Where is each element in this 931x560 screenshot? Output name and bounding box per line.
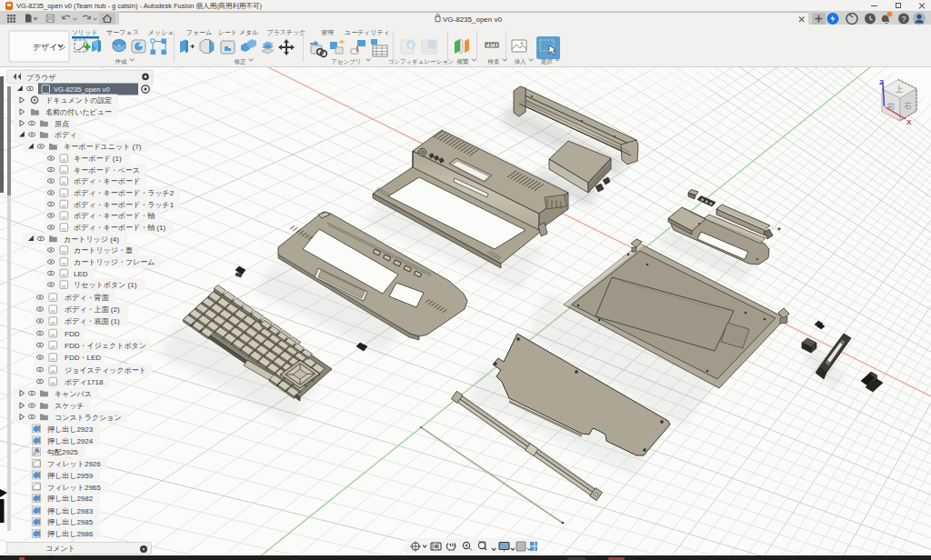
svg-text:ボディ・キーボード・ラッチ1: ボディ・キーボード・ラッチ1 [74, 201, 175, 209]
svg-text:ボディ・キーボード・軸: ボディ・キーボード・軸 [74, 212, 155, 220]
svg-text:キーボードユニット (7): キーボードユニット (7) [64, 143, 142, 151]
svg-text:キャンバス: キャンバス [55, 390, 92, 398]
svg-text:構築: 構築 [457, 58, 470, 65]
svg-text:カートリッジ (4): カートリッジ (4) [64, 235, 119, 244]
svg-text:フィレット2926: フィレット2926 [47, 460, 101, 468]
svg-text:ボディ: ボディ [55, 131, 77, 139]
svg-text:ボディ・キーボード・軸 (1): ボディ・キーボード・軸 (1) [74, 224, 165, 232]
svg-text:ボディ・キーボード・ラッチ2: ボディ・キーボード・ラッチ2 [74, 189, 175, 197]
svg-text:X: X [906, 118, 912, 126]
svg-text:ボディ・底面 (1): ボディ・底面 (1) [65, 317, 120, 325]
svg-text:Z: Z [879, 78, 884, 86]
svg-text:スケッチ: スケッチ [55, 402, 85, 410]
svg-text:ボディ1718: ボディ1718 [65, 378, 104, 386]
svg-text:押し出し2982: 押し出し2982 [47, 495, 94, 503]
svg-text:キーボード・ベース: キーボード・ベース [74, 166, 140, 175]
svg-text:勾配2925: 勾配2925 [46, 448, 78, 456]
svg-text:右: 右 [904, 101, 913, 110]
svg-text:押し出し2986: 押し出し2986 [47, 530, 94, 538]
svg-text:押し出し2983: 押し出し2983 [47, 507, 94, 515]
svg-text:名前の付いたビュー: 名前の付いたビュー [45, 108, 112, 116]
svg-text:検査: 検査 [488, 58, 501, 65]
svg-text:コンストラクション: コンストラクション [55, 414, 122, 422]
svg-text:アセンブリ: アセンブリ [331, 58, 361, 65]
svg-text:押し出し2959: 押し出し2959 [47, 472, 94, 480]
svg-text:選択: 選択 [541, 58, 554, 65]
svg-text:カートリッジ・蓋: カートリッジ・蓋 [74, 246, 133, 255]
svg-text:ブラウザ: ブラウザ [26, 74, 56, 82]
svg-text:ボディ・上面 (2): ボディ・上面 (2) [65, 305, 120, 314]
svg-text:カートリッジ・フレーム: カートリッジ・フレーム [74, 258, 155, 266]
svg-text:ボディ・キーボード: ボディ・キーボード [74, 177, 140, 185]
svg-text:上: 上 [895, 85, 903, 94]
svg-text:コンフィギュレーション: コンフィギュレーション [387, 58, 454, 65]
svg-text:ドキュメントの設定: ドキュメントの設定 [45, 96, 112, 105]
svg-text:FDD・LED: FDD・LED [65, 354, 101, 362]
svg-text:リセットボタン (1): リセットボタン (1) [74, 281, 137, 289]
svg-text:ボディ・背面: ボディ・背面 [65, 294, 110, 302]
svg-text:フィレット2965: フィレット2965 [47, 484, 101, 492]
svg-text:押し出し2924: 押し出し2924 [47, 437, 94, 445]
svg-text:?: ? [902, 15, 906, 24]
svg-text:VG-8235_open v0: VG-8235_open v0 [54, 85, 110, 94]
svg-text:修正: 修正 [235, 58, 247, 65]
svg-text:前: 前 [887, 102, 896, 111]
svg-text:LED: LED [74, 270, 88, 278]
svg-text:作成: 作成 [115, 58, 128, 65]
svg-text:押し出し2985: 押し出し2985 [47, 518, 94, 526]
svg-text:VG-8235_open v0: VG-8235_open v0 [443, 15, 502, 24]
svg-text:挿入: 挿入 [515, 58, 527, 65]
svg-text:FDD: FDD [65, 330, 80, 338]
svg-text:キーボード (1): キーボード (1) [74, 155, 122, 163]
svg-text:原点: 原点 [55, 120, 69, 128]
svg-text:押し出し2923: 押し出し2923 [47, 425, 94, 434]
svg-text:ジョイスティックポート: ジョイスティックポート [65, 366, 146, 375]
svg-text:FDD・イジェクトボタン: FDD・イジェクトボタン [65, 342, 146, 350]
